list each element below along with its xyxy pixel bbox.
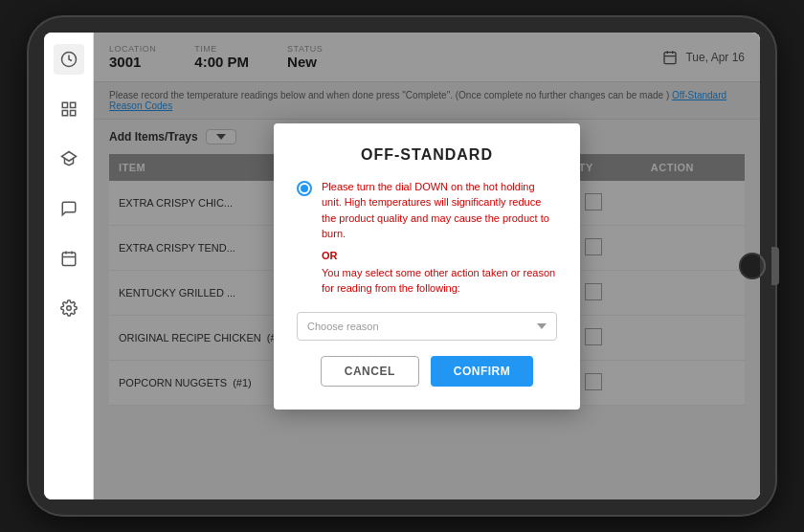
modal-info-row: Please turn the dial DOWN on the hot hol…	[297, 179, 557, 242]
svg-point-10	[66, 306, 71, 311]
sidebar-icon-grid[interactable]	[54, 94, 84, 124]
modal-alt-text: You may select some other action taken o…	[322, 265, 557, 297]
sidebar	[44, 33, 94, 499]
radio-icon[interactable]	[297, 181, 312, 196]
modal-or-text: OR	[322, 250, 557, 261]
svg-rect-6	[62, 253, 76, 266]
reason-select[interactable]: Choose reason	[297, 312, 557, 341]
sidebar-icon-chat[interactable]	[54, 193, 84, 224]
svg-rect-2	[70, 102, 75, 107]
tablet-screen: Location 3001 Time 4:00 PM Status New	[44, 33, 760, 499]
sidebar-icon-calendar[interactable]	[54, 243, 84, 274]
off-standard-modal: OFF-STANDARD Please turn the dial DOWN o…	[274, 123, 580, 410]
cancel-button[interactable]: CANCEL	[321, 356, 419, 387]
modal-buttons: CANCEL CONFIRM	[297, 356, 557, 387]
sidebar-icon-clock[interactable]	[54, 44, 84, 75]
modal-title: OFF-STANDARD	[297, 146, 557, 164]
modal-body: Please turn the dial DOWN on the hot hol…	[297, 179, 557, 297]
svg-rect-1	[62, 102, 67, 107]
modal-overlay: OFF-STANDARD Please turn the dial DOWN o…	[94, 33, 760, 499]
main-content: Location 3001 Time 4:00 PM Status New	[94, 33, 760, 499]
tablet: Location 3001 Time 4:00 PM Status New	[29, 17, 775, 515]
svg-rect-3	[62, 111, 67, 116]
confirm-button[interactable]: CONFIRM	[431, 356, 534, 387]
modal-warning-text: Please turn the dial DOWN on the hot hol…	[322, 179, 557, 242]
svg-rect-4	[70, 111, 75, 116]
sidebar-icon-settings[interactable]	[54, 293, 84, 323]
sidebar-icon-graduation[interactable]	[54, 144, 84, 174]
